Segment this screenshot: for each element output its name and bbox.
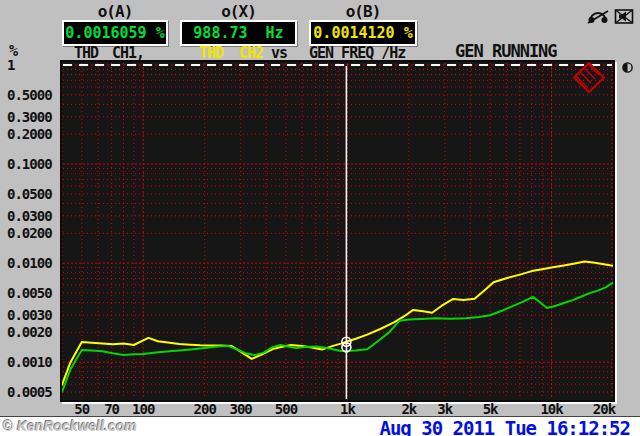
y-tick-label: 0.0500 [7,186,52,202]
readout-x-value: 988.73 Hz [193,24,283,42]
sweep-cursor [342,66,351,399]
readout-a-label: o(A) [62,2,168,18]
readout-a-value: 0.0016059 % [65,24,164,42]
timestamp: Aug 30 2011 Tue 16:12:52 [379,417,630,436]
y-tick-label: 0.0005 [7,384,52,400]
x-tick-label: 300 [229,401,251,417]
header-icons [587,8,634,25]
rs-logo-icon [574,63,604,92]
y-tick-label: 0.0020 [7,324,52,340]
generator-status: GEN RUNNING [455,42,612,61]
x-tick-label: 2k [401,401,416,417]
x-tick-label: 1k [340,401,355,417]
grid-lines [62,63,613,399]
x-tick-label: 3k [437,401,452,417]
x-tick-label: 50 [74,401,89,417]
headset-muted-icon [587,8,609,25]
readout-x-label: o(X) [180,2,297,18]
x-tick-label: 70 [104,401,119,417]
contrast-icon [621,61,634,74]
y-tick-label: 0.0050 [7,285,52,301]
y-tick-label: 0.1000 [7,156,52,172]
watermark: © KenRockwell.com [3,418,137,434]
y-tick-label: 0.0010 [7,354,52,370]
y-tick-label: 0.0030 [7,307,52,323]
y-tick-label: 0.3000 [7,109,52,125]
y-tick-label: 0.0300 [7,208,52,224]
readout-a-display: 0.0016059 % [62,20,168,46]
x-tick-label: 5k [483,401,498,417]
y-tick-label: 1 [7,57,14,73]
x-tick-label: 100 [132,401,154,417]
y-tick-label: 0.2000 [7,126,52,142]
x-tick-label: 200 [194,401,216,417]
analyzer-screen: o(A) 0.0016059 % o(X) 988.73 Hz o(B) 0.0… [0,0,640,417]
y-tick-label: 0.5000 [7,87,52,103]
trace-curves [62,262,613,392]
y-tick-label: 0.0100 [7,255,52,271]
readout-x-display: 988.73 Hz [180,20,297,46]
readout-b-value: 0.0014120 % [313,24,412,42]
speaker-muted-icon [614,8,634,25]
readout-b-label: o(B) [309,2,417,18]
thd-vs-frequency-plot [60,60,615,402]
thd-chart [62,62,613,400]
x-tick-label: 500 [275,401,297,417]
x-tick-label: 20k [593,401,615,417]
audio-analyzer-screenshot: o(A) 0.0016059 % o(X) 988.73 Hz o(B) 0.0… [0,0,640,436]
readout-b-display: 0.0014120 % [309,20,417,46]
x-tick-label: 10k [540,401,562,417]
y-tick-label: 0.0200 [7,225,52,241]
